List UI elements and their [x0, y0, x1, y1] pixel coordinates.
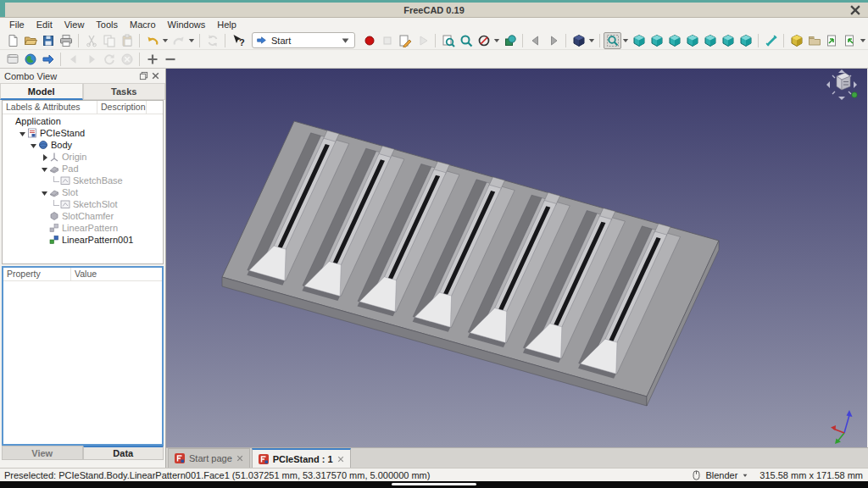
caret-down-caret-button[interactable] — [859, 32, 867, 49]
view-back-button[interactable] — [526, 32, 544, 49]
redo-button[interactable] — [170, 32, 187, 49]
draw-style-button[interactable] — [501, 32, 519, 49]
menu-file[interactable]: File — [3, 19, 31, 30]
new-document-icon — [6, 34, 19, 47]
viewport-dimensions: 315.58 mm x 171.58 mm — [760, 470, 863, 480]
zoom-in-button[interactable] — [143, 51, 161, 68]
close-panel-button[interactable] — [149, 70, 161, 82]
caret-down-caret-button[interactable] — [621, 32, 630, 49]
measure-distance-button[interactable] — [762, 32, 780, 49]
menu-windows[interactable]: Windows — [162, 19, 212, 30]
tree-item-body[interactable]: Body — [3, 139, 163, 151]
new-document-button[interactable] — [3, 32, 21, 49]
view-left-button[interactable] — [737, 32, 754, 49]
tree-item-slot[interactable]: Slot — [3, 186, 163, 198]
window-close-button[interactable] — [849, 4, 861, 16]
tree-item-application[interactable]: Application — [3, 115, 163, 127]
view-bottom-button[interactable] — [719, 32, 737, 49]
cut-button[interactable] — [82, 32, 100, 49]
macro-record-button[interactable] — [360, 32, 378, 49]
3d-viewport[interactable]: Start pagePCIeStand : 1 — [166, 69, 868, 468]
menu-view[interactable]: View — [58, 19, 91, 30]
navigation-style-selector[interactable]: Blender — [705, 470, 737, 480]
3d-scene[interactable] — [166, 69, 867, 447]
go-next-button[interactable] — [39, 51, 57, 68]
property-column-headers[interactable]: Property Value — [3, 268, 162, 281]
close-tab-icon[interactable] — [337, 456, 344, 463]
expander-closed-icon[interactable] — [40, 152, 48, 161]
view-forward-button[interactable] — [544, 32, 562, 49]
zoom-region-button[interactable] — [604, 32, 621, 49]
expander-open-icon[interactable] — [18, 129, 26, 137]
tab-data[interactable]: Data — [83, 446, 164, 460]
doc-tab-start-page[interactable]: Start page — [168, 448, 250, 468]
doc-tab-pciestand-1[interactable]: PCIeStand : 1 — [252, 448, 351, 468]
macro-stop-button[interactable] — [378, 32, 396, 49]
caret-down-caret-button[interactable] — [492, 32, 501, 49]
tree-item-pad[interactable]: Pad — [3, 163, 163, 175]
view-axonometric-button[interactable] — [630, 32, 648, 49]
chevron-down-icon[interactable] — [742, 472, 748, 479]
cut-icon — [85, 34, 98, 47]
macro-edit-button[interactable] — [396, 32, 414, 49]
tab-tasks[interactable]: Tasks — [83, 83, 166, 100]
undo-button[interactable] — [143, 32, 161, 49]
navcube-home-sphere[interactable] — [852, 92, 857, 97]
tab-model[interactable]: Model — [0, 83, 83, 100]
caret-down-caret-button[interactable] — [161, 32, 170, 49]
earth-button[interactable] — [21, 51, 39, 68]
caret-down-caret-button[interactable] — [587, 32, 596, 49]
redo-icon — [172, 34, 186, 47]
tree-item-origin[interactable]: Origin — [3, 151, 163, 163]
close-tab-icon[interactable] — [236, 455, 243, 462]
tree-item-sketchbase[interactable]: SketchBase — [3, 175, 163, 186]
nav-back-button[interactable] — [64, 51, 82, 68]
menu-edit[interactable]: Edit — [31, 19, 58, 30]
zoom-out-button[interactable] — [161, 51, 179, 68]
expander-open-icon[interactable] — [40, 164, 48, 173]
view-isometric-button[interactable] — [570, 32, 587, 49]
toolbar-separator — [599, 34, 600, 47]
view-right-button[interactable] — [683, 32, 701, 49]
save-button[interactable] — [39, 32, 57, 49]
workbench-selector[interactable]: Start — [252, 32, 355, 48]
tree-item-sketchslot[interactable]: SketchSlot — [3, 198, 163, 210]
view-top-button[interactable] — [665, 32, 683, 49]
expander-open-icon[interactable] — [29, 141, 37, 149]
macro-play-button[interactable] — [414, 32, 431, 49]
zoom-region-icon — [606, 34, 620, 47]
menu-help[interactable]: Help — [211, 19, 242, 30]
tab-view[interactable]: View — [2, 446, 83, 460]
fit-all-button[interactable] — [439, 32, 457, 49]
group-folder-button[interactable] — [805, 32, 823, 49]
nav-forward-button[interactable] — [82, 51, 100, 68]
caret-down-caret-button[interactable] — [187, 32, 196, 49]
menu-macro[interactable]: Macro — [124, 19, 162, 30]
tree-item-linearpattern001[interactable]: LinearPattern001 — [3, 234, 163, 246]
whats-this-button[interactable]: ? — [229, 32, 247, 49]
link-group-button[interactable] — [841, 32, 859, 49]
fit-selection-button[interactable] — [457, 32, 475, 49]
tree-item-slotchamfer[interactable]: SlotChamfer — [3, 210, 163, 222]
expander-open-icon[interactable] — [40, 188, 48, 197]
stop-load-button[interactable] — [118, 51, 136, 68]
view-rear-button[interactable] — [701, 32, 719, 49]
open-folder-button[interactable] — [21, 32, 39, 49]
tree-item-linearpattern[interactable]: LinearPattern — [3, 222, 163, 234]
print-button[interactable] — [57, 32, 75, 49]
sketch-icon — [60, 199, 70, 209]
tree-item-pciestand[interactable]: PCIeStand — [3, 127, 163, 139]
web-browser-button[interactable] — [3, 51, 21, 68]
paste-button[interactable] — [118, 32, 136, 49]
link-make-button[interactable] — [823, 32, 841, 49]
reload-button[interactable] — [100, 51, 118, 68]
menu-tools[interactable]: Tools — [90, 19, 124, 30]
part-box-button[interactable] — [787, 32, 805, 49]
titlebar[interactable]: FreeCAD 0.19 — [0, 3, 868, 18]
float-panel-button[interactable] — [137, 70, 149, 82]
refresh-button[interactable] — [203, 32, 221, 49]
nav-style-button[interactable] — [475, 32, 492, 49]
tree-column-headers[interactable]: Labels & Attributes Description — [3, 101, 163, 114]
view-front-button[interactable] — [648, 32, 665, 49]
copy-button[interactable] — [100, 32, 118, 49]
